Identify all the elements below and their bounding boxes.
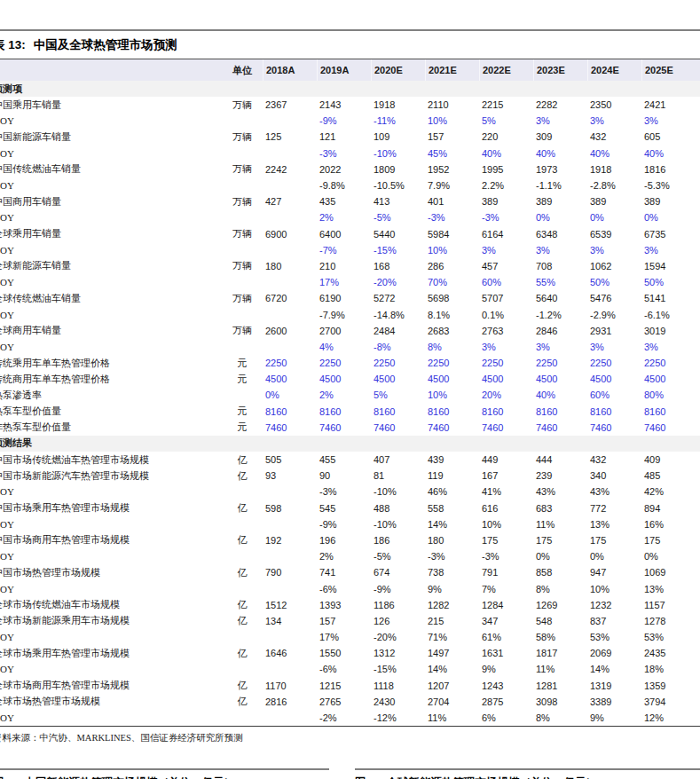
value-cell: 42% bbox=[641, 486, 696, 497]
value-cell: 11% bbox=[533, 664, 587, 674]
row-unit-cell: 亿 bbox=[222, 453, 263, 467]
report-page: 表 13:中国及全球热管理市场预测 单位2018A2019A2020E2021E… bbox=[0, 0, 700, 779]
value-cell: 0% bbox=[587, 551, 641, 562]
table-title-label: 表 13: bbox=[0, 38, 26, 51]
table-row: 传统商用车单车热管理价格元450045004500450045004500450… bbox=[0, 371, 700, 387]
value-cell: 1312 bbox=[371, 648, 425, 658]
value-cell: 407 bbox=[371, 454, 425, 465]
row-unit-cell: 亿 bbox=[222, 566, 263, 579]
value-cell: 16% bbox=[641, 519, 696, 530]
value-cell: 790 bbox=[263, 567, 317, 578]
value-cell: 708 bbox=[533, 261, 587, 271]
value-cell: 4500 bbox=[317, 374, 371, 384]
value-cell: -3% bbox=[425, 551, 479, 562]
row-label: 中国市场商用车热管理市场规模 bbox=[0, 533, 222, 547]
value-cell: -3% bbox=[479, 212, 533, 223]
value-cell: 1269 bbox=[533, 600, 587, 610]
table-row: YOY-6%-15%14%9%11%14%18% bbox=[0, 661, 700, 677]
value-cell: 286 bbox=[425, 261, 479, 271]
value-cell: 1157 bbox=[641, 600, 696, 610]
value-cell: 2704 bbox=[425, 696, 479, 707]
value-cell: 1550 bbox=[317, 648, 371, 658]
value-cell: 1646 bbox=[263, 648, 317, 658]
value-cell: 2% bbox=[317, 551, 371, 562]
value-cell: 6735 bbox=[641, 229, 696, 240]
value-cell: 1281 bbox=[533, 681, 587, 691]
value-cell: 432 bbox=[587, 131, 641, 142]
value-cell: 93 bbox=[263, 470, 317, 481]
row-unit-cell: 万辆 bbox=[222, 259, 263, 272]
value-cell: 180 bbox=[263, 261, 317, 271]
value-cell: 71% bbox=[425, 632, 479, 642]
row-label: 中国商用车销量 bbox=[0, 195, 222, 209]
table-row: 全球新能源车销量万辆18021016828645770810621594 bbox=[0, 258, 700, 274]
value-cell: 389 bbox=[641, 196, 696, 207]
table-row: 全球乘用车销量万辆6900640054405984616463486539673… bbox=[0, 226, 700, 242]
value-cell: 4500 bbox=[587, 374, 641, 384]
value-cell: 46% bbox=[425, 486, 479, 497]
value-cell: 1817 bbox=[533, 648, 587, 658]
value-cell: 432 bbox=[587, 454, 641, 465]
value-cell: 2143 bbox=[317, 99, 371, 110]
value-cell: 5% bbox=[371, 390, 425, 400]
value-cell: 8.1% bbox=[425, 310, 479, 320]
value-cell: 4500 bbox=[371, 374, 425, 384]
row-label: YOY bbox=[0, 180, 222, 191]
value-cell: 6900 bbox=[263, 229, 317, 240]
column-header: 2018A bbox=[263, 59, 317, 81]
value-cell: 2875 bbox=[479, 696, 533, 707]
value-cell: 6539 bbox=[587, 229, 641, 240]
table-row: YOY17%-20%70%60%55%50%50% bbox=[0, 274, 700, 290]
value-cell: 41% bbox=[479, 486, 533, 497]
value-cell: 239 bbox=[533, 470, 587, 481]
market-forecast-table: 单位2018A2019A2020E2021E2022E2023E2024E202… bbox=[0, 59, 700, 727]
table-row: YOY4%-8%8%3%3%3%3% bbox=[0, 339, 700, 355]
value-cell: 6400 bbox=[317, 229, 371, 240]
value-cell: 1170 bbox=[263, 681, 317, 691]
value-cell: 1232 bbox=[587, 600, 641, 610]
value-cell: 58% bbox=[533, 632, 587, 642]
row-label: YOY bbox=[0, 212, 222, 223]
row-label: 中国新能源车销量 bbox=[0, 130, 222, 144]
value-cell: 389 bbox=[533, 196, 587, 207]
value-cell: 10% bbox=[479, 519, 533, 530]
table-row: YOY-6%-9%9%7%8%10%13% bbox=[0, 580, 700, 596]
value-cell: 81 bbox=[371, 470, 425, 481]
value-cell: 738 bbox=[425, 567, 479, 578]
value-cell: 20% bbox=[479, 390, 533, 400]
value-cell: 8160 bbox=[425, 406, 479, 417]
row-unit-cell: 亿 bbox=[222, 598, 263, 611]
row-label: 全球新能源车销量 bbox=[0, 259, 222, 272]
row-label: YOY bbox=[0, 342, 222, 352]
table-row: 中国市场传统燃油车热管理市场规模亿50545540743944944443240… bbox=[0, 452, 700, 468]
value-cell: 5440 bbox=[371, 229, 425, 240]
value-cell: 2250 bbox=[425, 358, 479, 368]
table-row: YOY17%-20%71%61%58%53%53% bbox=[0, 629, 700, 645]
row-label: 热泵渗透率 bbox=[0, 389, 222, 402]
value-cell: 70% bbox=[425, 277, 479, 287]
row-label: 全球市场传统燃油车市场规模 bbox=[0, 598, 222, 611]
value-cell: -2.8% bbox=[587, 180, 641, 191]
value-cell: 7% bbox=[479, 584, 533, 594]
value-cell: -9.8% bbox=[317, 180, 371, 191]
value-cell: 5476 bbox=[587, 293, 641, 303]
row-label: 中国市场热管理市场规模 bbox=[0, 566, 222, 579]
value-cell: 2110 bbox=[425, 99, 479, 110]
row-label: 中国乘用车销量 bbox=[0, 98, 222, 112]
value-cell: 10% bbox=[425, 245, 479, 256]
value-cell: -10% bbox=[371, 148, 425, 159]
table-row: YOY-7.9%-14.8%8.1%0.1%-1.2%-2.9%-6.1% bbox=[0, 306, 700, 322]
value-cell: 1995 bbox=[479, 164, 533, 175]
row-label: YOY bbox=[0, 277, 222, 287]
value-cell: 8% bbox=[533, 712, 587, 723]
value-cell: 18% bbox=[641, 664, 696, 674]
value-cell: 8160 bbox=[317, 406, 371, 417]
value-cell: 125 bbox=[263, 131, 317, 142]
value-cell: 2250 bbox=[479, 358, 533, 368]
column-header: 2020E bbox=[371, 59, 425, 81]
table-row: 中国商用车销量万辆427435413401389389389389 bbox=[0, 193, 700, 209]
value-cell: 43% bbox=[587, 486, 641, 497]
value-cell: 413 bbox=[371, 196, 425, 207]
column-header: 2024E bbox=[587, 59, 641, 81]
value-cell: 2250 bbox=[317, 358, 371, 368]
